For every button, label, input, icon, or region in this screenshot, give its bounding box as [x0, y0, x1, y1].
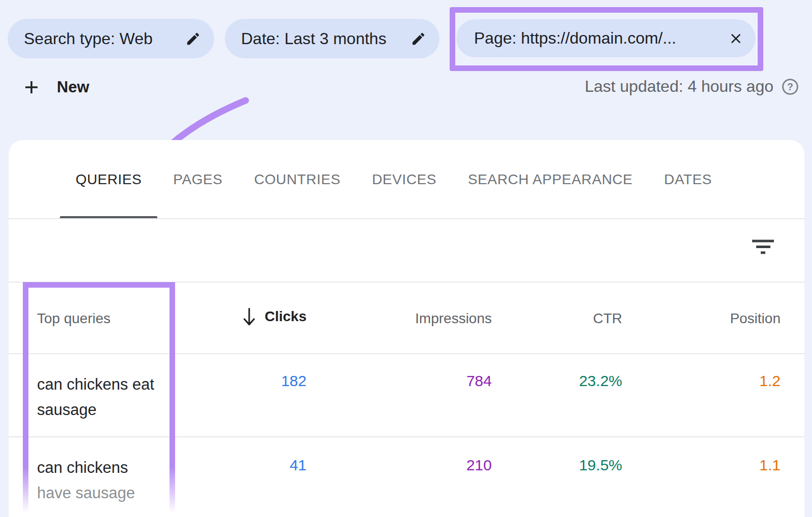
cell-ctr: 23.2% — [579, 372, 622, 390]
tab-queries[interactable]: QUERIES — [60, 140, 157, 219]
query-text-line2: sausage — [37, 397, 154, 423]
cell-clicks: 182 — [281, 372, 307, 390]
tab-devices[interactable]: DEVICES — [356, 140, 452, 219]
cell-position: 1.2 — [759, 372, 781, 390]
arrow-down-icon — [242, 307, 257, 326]
filter-icon[interactable] — [751, 238, 774, 256]
divider — [9, 282, 804, 283]
cell-impressions: 210 — [466, 457, 492, 474]
pencil-icon[interactable] — [185, 31, 201, 47]
divider — [9, 218, 804, 219]
cell-clicks: 41 — [290, 457, 307, 474]
filter-chip-search-type[interactable]: Search type: Web — [8, 19, 214, 58]
last-updated-status: Last updated: 4 hours ago ? — [585, 77, 799, 96]
divider — [9, 353, 804, 354]
column-header-position[interactable]: Position — [730, 311, 781, 327]
plus-icon — [22, 78, 41, 96]
tab-search-appearance[interactable]: SEARCH APPEARANCE — [452, 140, 649, 219]
query-text-line1: can chickens eat — [37, 372, 154, 397]
tab-dates[interactable]: DATES — [649, 140, 728, 219]
cell-ctr: 19.5% — [579, 457, 622, 474]
column-header-clicks[interactable]: Clicks — [242, 307, 307, 326]
filter-chip-page-label: Page: https://domain.com/... — [474, 29, 676, 48]
table-row-query[interactable]: can chickens have sausage — [37, 455, 135, 506]
report-tabs: QUERIES PAGES COUNTRIES DEVICES SEARCH A… — [60, 140, 728, 219]
filter-chip-search-type-label: Search type: Web — [24, 29, 153, 48]
cell-position: 1.1 — [759, 457, 781, 474]
query-text-line2: have sausage — [37, 480, 135, 506]
column-header-clicks-label: Clicks — [265, 308, 307, 325]
close-icon[interactable] — [728, 31, 743, 46]
filter-chip-date-label: Date: Last 3 months — [241, 29, 386, 48]
tab-countries[interactable]: COUNTRIES — [239, 140, 356, 219]
new-filter-button[interactable]: New — [22, 75, 89, 99]
column-header-ctr[interactable]: CTR — [593, 311, 622, 327]
filter-chip-page[interactable]: Page: https://domain.com/... — [456, 19, 756, 57]
help-icon[interactable]: ? — [781, 78, 799, 96]
svg-text:?: ? — [787, 81, 793, 92]
column-header-top-queries[interactable]: Top queries — [37, 311, 111, 327]
last-updated-label: Last updated: 4 hours ago — [585, 77, 773, 96]
query-text-line1: can chickens — [37, 455, 135, 480]
column-header-impressions[interactable]: Impressions — [415, 311, 492, 327]
table-row-query[interactable]: can chickens eat sausage — [37, 372, 154, 423]
cell-impressions: 784 — [466, 372, 492, 390]
new-button-label: New — [57, 78, 89, 96]
pencil-icon[interactable] — [411, 31, 426, 47]
tab-pages[interactable]: PAGES — [157, 140, 238, 219]
divider — [9, 436, 804, 437]
filter-chip-date[interactable]: Date: Last 3 months — [225, 19, 439, 58]
